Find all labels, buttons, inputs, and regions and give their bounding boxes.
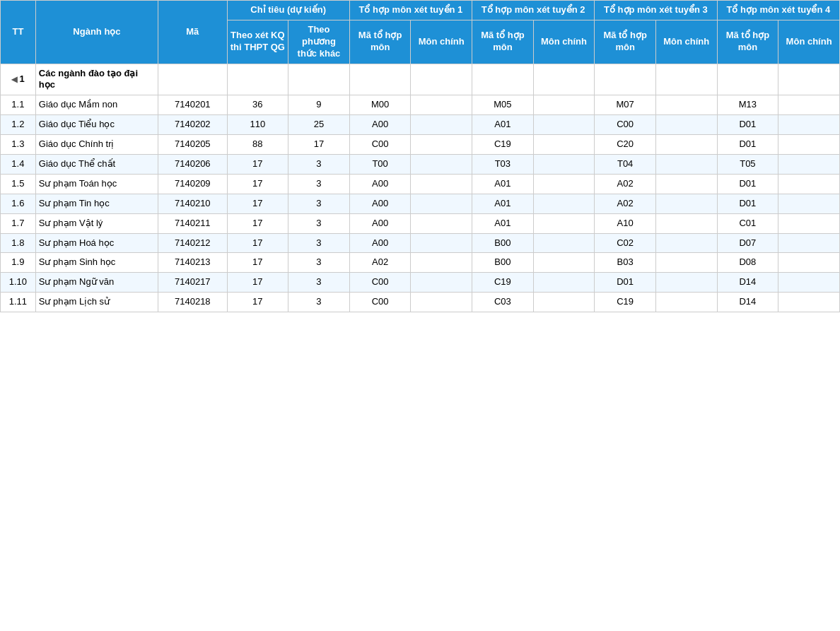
cell-ma4: D08 xyxy=(717,253,778,273)
cell-mon3 xyxy=(655,293,717,312)
cell-empty xyxy=(227,64,288,95)
cell-tt: 1.10 xyxy=(1,273,36,293)
cell-ma3: A02 xyxy=(595,194,656,213)
cell-mon3 xyxy=(655,174,717,194)
col-sub-mon1: Môn chính xyxy=(411,20,472,64)
cell-tt: 1.9 xyxy=(1,253,36,273)
cell-ma4: D01 xyxy=(717,194,778,213)
cell-mon2 xyxy=(533,233,595,253)
cell-nganh: Giáo dục Mầm non xyxy=(35,95,158,115)
cell-mon2 xyxy=(533,253,595,273)
cell-empty xyxy=(655,64,717,95)
cell-mon4 xyxy=(778,233,840,253)
cell-ma3: M07 xyxy=(595,95,656,115)
cell-phuong: 3 xyxy=(288,213,350,233)
cell-ma1: A00 xyxy=(349,213,411,233)
cell-mon1 xyxy=(411,155,472,175)
cell-phuong: 9 xyxy=(288,95,350,115)
cell-theo: 17 xyxy=(227,233,288,253)
cell-phuong: 3 xyxy=(288,293,350,312)
cell-tt: 1.4 xyxy=(1,155,36,175)
cell-empty xyxy=(717,64,778,95)
cell-ma2: A01 xyxy=(472,174,534,194)
cell-theo: 17 xyxy=(227,253,288,273)
cell-mon4 xyxy=(778,253,840,273)
cell-ma1: A00 xyxy=(349,194,411,213)
cell-ma: 7140211 xyxy=(158,213,227,233)
cell-ma4: D14 xyxy=(717,273,778,293)
cell-ma2: A01 xyxy=(472,194,534,213)
cell-ma: 7140209 xyxy=(158,174,227,194)
cell-phuong: 3 xyxy=(288,194,350,213)
cell-ma: 7140201 xyxy=(158,95,227,115)
cell-tt: 1.3 xyxy=(1,135,36,155)
col-sub-phuong: Theo phương thức khác xyxy=(288,20,350,64)
cell-mon2 xyxy=(533,135,595,155)
cell-nganh: Sư phạm Lịch sử xyxy=(35,293,158,312)
cell-mon3 xyxy=(655,115,717,135)
cell-ma2: B00 xyxy=(472,233,534,253)
cell-ma4: D01 xyxy=(717,115,778,135)
table-row: 1.1Giáo dục Mầm non7140201369M00M05M07M1… xyxy=(1,95,840,115)
cell-nganh: Giáo dục Tiểu học xyxy=(35,115,158,135)
col-sub-ma2: Mã tổ hợp môn xyxy=(472,20,534,64)
cell-tt: 1.11 xyxy=(1,293,36,312)
header-row-1: TT Ngành học Mã Chỉ tiêu (dự kiến) Tổ hợ… xyxy=(1,1,840,20)
cell-tt: 1.6 xyxy=(1,194,36,213)
col-header-tohop4: Tổ hợp môn xét tuyển 4 xyxy=(717,1,839,20)
cell-mon2 xyxy=(533,213,595,233)
cell-tt: 1.7 xyxy=(1,213,36,233)
cell-tt: 1.1 xyxy=(1,95,36,115)
table-row: 1.10Sư phạm Ngữ văn7140217173C00C19D01D1… xyxy=(1,273,840,293)
cell-nganh: Sư phạm Sinh học xyxy=(35,253,158,273)
cell-ma3: A02 xyxy=(595,174,656,194)
table-row: 1.3Giáo dục Chính trị71402058817C00C19C2… xyxy=(1,135,840,155)
cell-ma1: C00 xyxy=(349,293,411,312)
cell-empty xyxy=(158,64,227,95)
cell-mon1 xyxy=(411,233,472,253)
cell-mon1 xyxy=(411,95,472,115)
cell-ma3: B03 xyxy=(595,253,656,273)
cell-ma2: C19 xyxy=(472,273,534,293)
cell-ma2: A01 xyxy=(472,213,534,233)
cell-mon4 xyxy=(778,293,840,312)
cell-mon3 xyxy=(655,213,717,233)
col-header-tohop1: Tổ hợp môn xét tuyển 1 xyxy=(349,1,472,20)
table-row: 1.2Giáo dục Tiểu học714020211025A00A01C0… xyxy=(1,115,840,135)
cell-theo: 110 xyxy=(227,115,288,135)
table-row: 1.8Sư phạm Hoá học7140212173A00B00C02D07 xyxy=(1,233,840,253)
cell-ma3: C20 xyxy=(595,135,656,155)
col-sub-ma4: Mã tổ hợp môn xyxy=(717,20,778,64)
cell-mon4 xyxy=(778,155,840,175)
cell-ma2: B00 xyxy=(472,253,534,273)
col-sub-mon4: Môn chính xyxy=(778,20,840,64)
cell-ma1: A00 xyxy=(349,233,411,253)
col-sub-theo: Theo xét KQ thi THPT QG xyxy=(227,20,288,64)
cell-theo: 88 xyxy=(227,135,288,155)
cell-ma1: M00 xyxy=(349,95,411,115)
cell-phuong: 3 xyxy=(288,155,350,175)
cell-ma3: C19 xyxy=(595,293,656,312)
cell-nganh: Sư phạm Tin học xyxy=(35,194,158,213)
col-sub-ma1: Mã tổ hợp môn xyxy=(349,20,411,64)
col-header-nganh: Ngành học xyxy=(35,1,158,64)
cell-mon2 xyxy=(533,174,595,194)
cell-nganh: Giáo dục Thể chất xyxy=(35,155,158,175)
cell-empty xyxy=(472,64,534,95)
cell-ma: 7140218 xyxy=(158,293,227,312)
cell-ma: 7140202 xyxy=(158,115,227,135)
cell-tt: ◀ 1 xyxy=(1,64,36,95)
col-header-chitieu: Chỉ tiêu (dự kiến) xyxy=(227,1,349,20)
cell-theo: 17 xyxy=(227,273,288,293)
cell-phuong: 3 xyxy=(288,273,350,293)
cell-mon3 xyxy=(655,233,717,253)
cell-theo: 17 xyxy=(227,194,288,213)
cell-mon1 xyxy=(411,273,472,293)
cell-ma1: A00 xyxy=(349,174,411,194)
cell-mon3 xyxy=(655,194,717,213)
cell-tt: 1.8 xyxy=(1,233,36,253)
cell-mon2 xyxy=(533,155,595,175)
cell-mon2 xyxy=(533,115,595,135)
table-row: 1.4Giáo dục Thể chất7140206173T00T03T04T… xyxy=(1,155,840,175)
table-row: 1.7Sư phạm Vật lý7140211173A00A01A10C01 xyxy=(1,213,840,233)
